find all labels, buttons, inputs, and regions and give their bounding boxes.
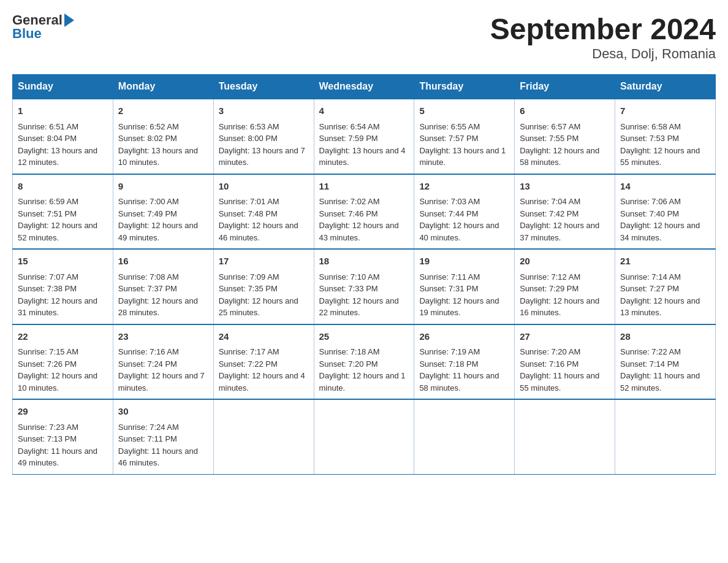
sunrise: Sunrise: 6:57 AM xyxy=(520,122,580,131)
daylight: Daylight: 12 hours and 37 minutes. xyxy=(520,221,599,242)
daylight: Daylight: 12 hours and 13 minutes. xyxy=(620,296,700,318)
week-row: 29Sunrise: 7:23 AMSunset: 7:13 PMDayligh… xyxy=(13,399,716,474)
sunset: Sunset: 7:57 PM xyxy=(419,134,478,143)
daylight: Daylight: 12 hours and 55 minutes. xyxy=(620,146,700,167)
calendar-cell xyxy=(314,399,414,474)
weekday-header: Monday xyxy=(113,75,213,99)
calendar-subtitle: Desa, Dolj, Romania xyxy=(490,46,716,62)
calendar-cell: 27Sunrise: 7:20 AMSunset: 7:16 PMDayligh… xyxy=(515,324,615,400)
sunset: Sunset: 8:00 PM xyxy=(219,134,278,143)
day-number: 29 xyxy=(18,405,108,419)
calendar-cell: 6Sunrise: 6:57 AMSunset: 7:55 PMDaylight… xyxy=(515,99,615,174)
calendar-cell: 20Sunrise: 7:12 AMSunset: 7:29 PMDayligh… xyxy=(515,249,615,324)
sunset: Sunset: 7:46 PM xyxy=(319,209,378,218)
sunset: Sunset: 7:55 PM xyxy=(520,134,578,143)
sunset: Sunset: 7:37 PM xyxy=(118,284,177,293)
sunset: Sunset: 7:51 PM xyxy=(18,209,77,218)
daylight: Daylight: 11 hours and 49 minutes. xyxy=(18,446,97,468)
sunset: Sunset: 7:24 PM xyxy=(118,359,177,369)
daylight: Daylight: 13 hours and 12 minutes. xyxy=(18,146,97,167)
calendar-cell xyxy=(414,399,515,474)
calendar-cell: 14Sunrise: 7:06 AMSunset: 7:40 PMDayligh… xyxy=(615,174,716,250)
calendar-cell: 11Sunrise: 7:02 AMSunset: 7:46 PMDayligh… xyxy=(314,174,414,250)
daylight: Daylight: 13 hours and 10 minutes. xyxy=(118,146,198,167)
sunrise: Sunrise: 7:02 AM xyxy=(319,197,380,206)
calendar-cell: 28Sunrise: 7:22 AMSunset: 7:14 PMDayligh… xyxy=(615,324,716,400)
calendar-cell: 8Sunrise: 6:59 AMSunset: 7:51 PMDaylight… xyxy=(13,174,113,250)
day-number: 2 xyxy=(118,104,208,118)
daylight: Daylight: 12 hours and 52 minutes. xyxy=(18,221,97,242)
calendar-cell: 22Sunrise: 7:15 AMSunset: 7:26 PMDayligh… xyxy=(13,324,113,400)
day-number: 20 xyxy=(520,255,610,269)
daylight: Daylight: 12 hours and 58 minutes. xyxy=(520,146,599,167)
sunrise: Sunrise: 7:19 AM xyxy=(419,347,480,356)
sunrise: Sunrise: 7:23 AM xyxy=(18,423,78,432)
day-number: 13 xyxy=(520,180,610,194)
sunrise: Sunrise: 7:01 AM xyxy=(219,197,279,206)
daylight: Daylight: 12 hours and 7 minutes. xyxy=(118,371,205,393)
sunrise: Sunrise: 6:58 AM xyxy=(620,122,681,131)
daylight: Daylight: 12 hours and 4 minutes. xyxy=(219,371,305,393)
sunrise: Sunrise: 6:55 AM xyxy=(419,122,480,131)
sunrise: Sunrise: 7:15 AM xyxy=(18,347,78,356)
logo: General Blue xyxy=(12,12,74,42)
daylight: Daylight: 12 hours and 31 minutes. xyxy=(18,296,97,318)
sunrise: Sunrise: 7:18 AM xyxy=(319,347,380,356)
daylight: Daylight: 13 hours and 4 minutes. xyxy=(319,146,406,167)
calendar-cell: 25Sunrise: 7:18 AMSunset: 7:20 PMDayligh… xyxy=(314,324,414,400)
daylight: Daylight: 12 hours and 34 minutes. xyxy=(620,221,700,242)
sunrise: Sunrise: 7:17 AM xyxy=(219,347,279,356)
daylight: Daylight: 11 hours and 58 minutes. xyxy=(419,371,499,393)
daylight: Daylight: 12 hours and 19 minutes. xyxy=(419,296,499,318)
daylight: Daylight: 11 hours and 52 minutes. xyxy=(620,371,700,393)
sunrise: Sunrise: 7:09 AM xyxy=(219,272,279,282)
daylight: Daylight: 12 hours and 49 minutes. xyxy=(118,221,198,242)
daylight: Daylight: 12 hours and 40 minutes. xyxy=(419,221,499,242)
daylight: Daylight: 11 hours and 46 minutes. xyxy=(118,446,198,468)
calendar-cell: 16Sunrise: 7:08 AMSunset: 7:37 PMDayligh… xyxy=(113,249,213,324)
weekday-header: Sunday xyxy=(13,75,113,99)
day-number: 5 xyxy=(419,104,509,118)
sunset: Sunset: 7:59 PM xyxy=(319,134,378,143)
sunset: Sunset: 7:49 PM xyxy=(118,209,177,218)
week-row: 1Sunrise: 6:51 AMSunset: 8:04 PMDaylight… xyxy=(13,99,716,174)
day-number: 18 xyxy=(319,255,409,269)
day-number: 3 xyxy=(219,104,309,118)
calendar-cell: 5Sunrise: 6:55 AMSunset: 7:57 PMDaylight… xyxy=(414,99,515,174)
sunrise: Sunrise: 7:20 AM xyxy=(520,347,580,356)
day-number: 19 xyxy=(419,255,509,269)
sunset: Sunset: 7:29 PM xyxy=(520,284,578,293)
day-number: 11 xyxy=(319,180,409,194)
daylight: Daylight: 12 hours and 43 minutes. xyxy=(319,221,399,242)
sunset: Sunset: 7:35 PM xyxy=(219,284,278,293)
sunset: Sunset: 7:13 PM xyxy=(18,434,77,443)
day-number: 28 xyxy=(620,330,710,344)
daylight: Daylight: 12 hours and 28 minutes. xyxy=(118,296,198,318)
weekday-header: Saturday xyxy=(615,75,716,99)
weekday-header: Friday xyxy=(515,75,615,99)
day-number: 7 xyxy=(620,104,710,118)
sunset: Sunset: 7:27 PM xyxy=(620,284,679,293)
day-number: 15 xyxy=(18,255,108,269)
daylight: Daylight: 12 hours and 46 minutes. xyxy=(219,221,298,242)
weekday-header: Wednesday xyxy=(314,75,414,99)
sunset: Sunset: 7:40 PM xyxy=(620,209,679,218)
week-row: 22Sunrise: 7:15 AMSunset: 7:26 PMDayligh… xyxy=(13,324,716,400)
day-number: 25 xyxy=(319,330,409,344)
sunset: Sunset: 7:48 PM xyxy=(219,209,278,218)
sunset: Sunset: 7:22 PM xyxy=(219,359,278,369)
calendar-cell xyxy=(515,399,615,474)
sunset: Sunset: 7:11 PM xyxy=(118,434,177,443)
day-number: 16 xyxy=(118,255,208,269)
sunset: Sunset: 7:42 PM xyxy=(520,209,578,218)
sunset: Sunset: 7:14 PM xyxy=(620,359,679,369)
sunset: Sunset: 8:04 PM xyxy=(18,134,77,143)
calendar-cell: 7Sunrise: 6:58 AMSunset: 7:53 PMDaylight… xyxy=(615,99,716,174)
sunrise: Sunrise: 7:04 AM xyxy=(520,197,580,206)
week-row: 15Sunrise: 7:07 AMSunset: 7:38 PMDayligh… xyxy=(13,249,716,324)
sunset: Sunset: 7:18 PM xyxy=(419,359,478,369)
day-number: 22 xyxy=(18,330,108,344)
sunrise: Sunrise: 6:59 AM xyxy=(18,197,78,206)
sunrise: Sunrise: 6:54 AM xyxy=(319,122,380,131)
daylight: Daylight: 12 hours and 25 minutes. xyxy=(219,296,298,318)
